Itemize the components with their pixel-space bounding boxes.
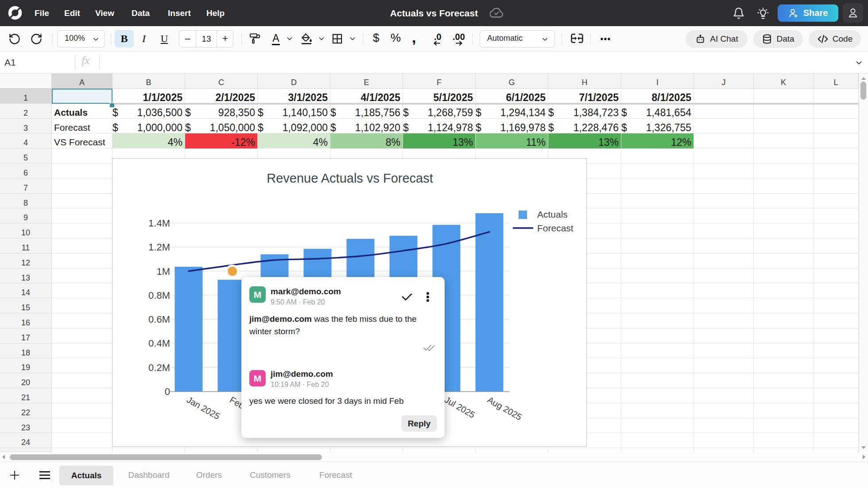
svg-text:0.4M: 0.4M xyxy=(148,338,170,349)
svg-text:.0: .0 xyxy=(434,32,442,42)
svg-text:.00: .00 xyxy=(453,32,465,42)
svg-text:1.2M: 1.2M xyxy=(148,242,170,253)
svg-text:Forecast: Forecast xyxy=(537,223,574,233)
svg-text:0.8M: 0.8M xyxy=(148,290,170,301)
svg-text:1.4M: 1.4M xyxy=(148,218,170,229)
svg-text:0.6M: 0.6M xyxy=(148,314,170,325)
svg-text:Jul 2025: Jul 2025 xyxy=(443,394,477,420)
svg-text:0.2M: 0.2M xyxy=(148,362,170,373)
svg-text:Actuals: Actuals xyxy=(537,209,568,219)
svg-text:Revenue Actuals vs Forecast: Revenue Actuals vs Forecast xyxy=(267,171,433,185)
svg-text:Aug 2025: Aug 2025 xyxy=(486,394,523,422)
svg-text:1M: 1M xyxy=(156,266,170,277)
svg-text:Jan 2025: Jan 2025 xyxy=(185,394,221,421)
